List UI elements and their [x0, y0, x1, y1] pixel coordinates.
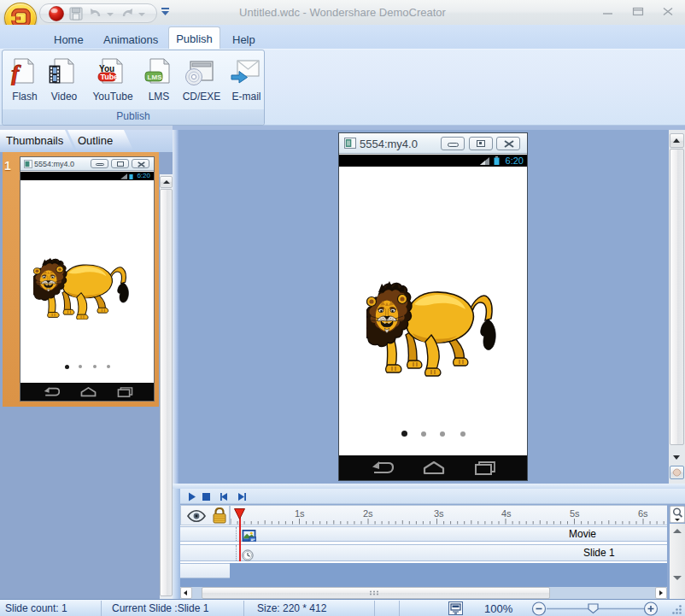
svg-text:LMS: LMS — [148, 73, 163, 81]
svg-text:1s: 1s — [295, 508, 305, 519]
svg-text:2s: 2s — [363, 508, 373, 519]
svg-text:5s: 5s — [570, 508, 580, 519]
svg-text:6s: 6s — [638, 508, 648, 519]
svg-text:4s: 4s — [501, 508, 512, 519]
svg-text:3s: 3s — [434, 508, 444, 519]
svg-text:Tube: Tube — [100, 73, 118, 81]
